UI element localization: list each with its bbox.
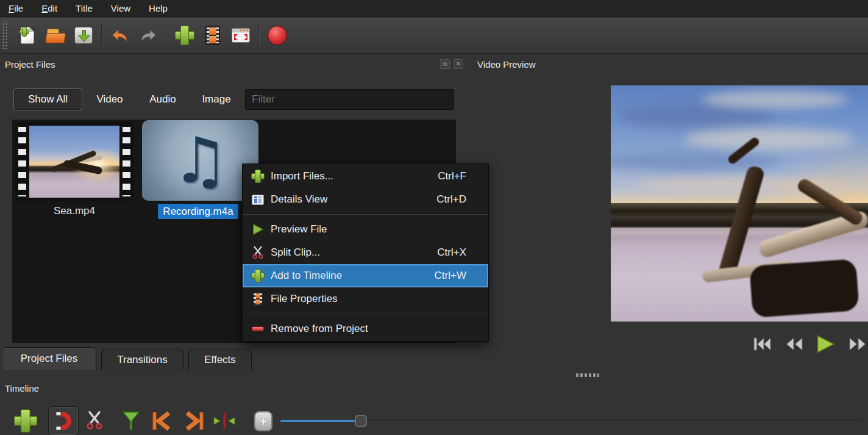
music-note-icon: ♫	[172, 129, 229, 192]
snapping-toggle-button[interactable]	[48, 406, 79, 435]
app-window: File Edit Title View Help	[0, 0, 868, 435]
tab-effects[interactable]: Effects	[188, 350, 252, 370]
menu-separator	[243, 314, 488, 314]
previous-marker-button[interactable]	[150, 409, 173, 433]
filter-tab-show-all[interactable]: Show All	[13, 88, 82, 110]
play-button[interactable]	[814, 334, 836, 354]
menu-item-file-properties[interactable]: File Properties	[243, 287, 488, 311]
redo-button[interactable]	[134, 21, 162, 50]
filter-tab-image[interactable]: Image	[196, 88, 237, 110]
menu-bar: File Edit Title View Help	[0, 0, 868, 17]
play-icon	[251, 223, 265, 236]
tab-transitions[interactable]: Transitions	[101, 350, 183, 370]
toolbar-separator	[166, 24, 167, 47]
jump-to-start-button[interactable]	[752, 335, 773, 353]
add-marker-button[interactable]	[119, 409, 143, 433]
scissors-icon	[251, 246, 265, 259]
choose-profile-button[interactable]	[199, 21, 227, 50]
float-panel-icon[interactable]: ⧉	[440, 59, 450, 69]
new-project-button[interactable]	[13, 21, 41, 50]
menu-title[interactable]: Title	[76, 3, 93, 13]
plus-icon	[252, 270, 264, 282]
add-track-button[interactable]	[13, 409, 38, 433]
plus-icon	[252, 170, 264, 182]
menu-view[interactable]: View	[111, 3, 130, 13]
toolbar-separator	[101, 24, 102, 47]
center-playhead-icon	[209, 412, 240, 430]
add-track-plus-icon	[15, 410, 37, 432]
video-thumbnail	[29, 126, 119, 198]
main-toolbar	[0, 18, 868, 54]
open-project-button[interactable]	[41, 21, 69, 50]
menu-item-import-files[interactable]: Import Files... Ctrl+F	[243, 165, 488, 188]
next-marker-button[interactable]	[183, 409, 206, 433]
filter-input[interactable]	[245, 89, 454, 110]
video-preview-panel-title: Video Preview	[477, 59, 536, 70]
menu-item-add-to-timeline[interactable]: Add to Timeline Ctrl+W	[243, 264, 488, 287]
magnet-icon	[56, 412, 71, 430]
save-project-button[interactable]	[69, 21, 98, 50]
razor-tool-button[interactable]	[84, 409, 105, 432]
context-menu: Import Files... Ctrl+F Details View Ctrl…	[242, 164, 489, 342]
redo-icon	[138, 26, 158, 45]
zoom-tool-button[interactable]: +	[254, 411, 272, 431]
video-preview-frame[interactable]	[611, 85, 868, 322]
jump-to-start-icon	[752, 336, 773, 353]
center-on-playhead-button[interactable]	[209, 412, 240, 430]
menu-help[interactable]: Help	[149, 3, 168, 13]
fullscreen-icon	[232, 28, 250, 43]
next-marker-icon	[183, 410, 205, 432]
file-name-recording-selected[interactable]: Recording.m4a	[158, 204, 238, 219]
details-view-icon	[252, 195, 264, 205]
menu-edit[interactable]: Edit	[41, 3, 57, 13]
scissors-icon	[85, 410, 104, 431]
file-item-audio[interactable]: ♫	[142, 120, 258, 201]
marker-icon	[120, 410, 142, 432]
fullscreen-button[interactable]	[227, 21, 255, 50]
menu-file[interactable]: File	[9, 3, 23, 13]
menu-item-details-view[interactable]: Details View Ctrl+D	[243, 188, 488, 211]
import-plus-icon	[176, 26, 194, 45]
record-icon	[268, 26, 287, 45]
tab-project-files[interactable]: Project Files	[2, 347, 96, 370]
menu-item-split-clip[interactable]: Split Clip... Ctrl+X	[243, 241, 488, 264]
driftwood	[702, 122, 868, 322]
filter-tab-audio[interactable]: Audio	[143, 88, 182, 110]
fast-forward-button[interactable]	[847, 335, 868, 353]
play-icon	[815, 334, 836, 354]
import-files-button[interactable]	[171, 21, 199, 50]
zoom-plus-icon: +	[260, 415, 267, 428]
menu-separator	[243, 214, 488, 215]
project-files-panel-title: Project Files	[5, 59, 55, 70]
open-folder-icon	[46, 27, 65, 43]
file-name-sea[interactable]: Sea.mp4	[15, 205, 133, 217]
timeline-panel-title: Timeline	[5, 383, 39, 394]
menu-item-remove-from-project[interactable]: Remove from Project	[243, 317, 488, 340]
timeline-separator	[112, 411, 113, 431]
rewind-icon	[784, 336, 805, 353]
film-strip-icon	[205, 26, 220, 45]
undo-icon	[110, 26, 130, 45]
save-icon	[74, 27, 93, 44]
timeline-separator	[245, 411, 246, 431]
new-project-icon	[21, 27, 34, 44]
timeline-zoom-slider-handle[interactable]	[355, 415, 367, 427]
file-item-video[interactable]	[15, 122, 133, 201]
filter-tab-video[interactable]: Video	[90, 88, 129, 110]
film-strip-icon	[252, 292, 263, 306]
export-video-button[interactable]	[263, 21, 291, 50]
previous-marker-icon	[151, 410, 173, 432]
rewind-button[interactable]	[784, 335, 805, 353]
panel-splitter-handle[interactable]	[576, 373, 599, 377]
fast-forward-icon	[847, 336, 868, 353]
toolbar-grip-handle[interactable]	[1, 21, 9, 49]
timeline-zoom-slider-track[interactable]	[280, 420, 863, 422]
close-panel-icon[interactable]: ✕	[454, 59, 463, 69]
timeline-zoom-slider-fill	[280, 420, 355, 422]
toolbar-separator	[258, 24, 260, 47]
undo-button[interactable]	[106, 21, 134, 50]
remove-icon	[252, 326, 264, 331]
menu-item-preview-file[interactable]: Preview File	[243, 218, 488, 241]
